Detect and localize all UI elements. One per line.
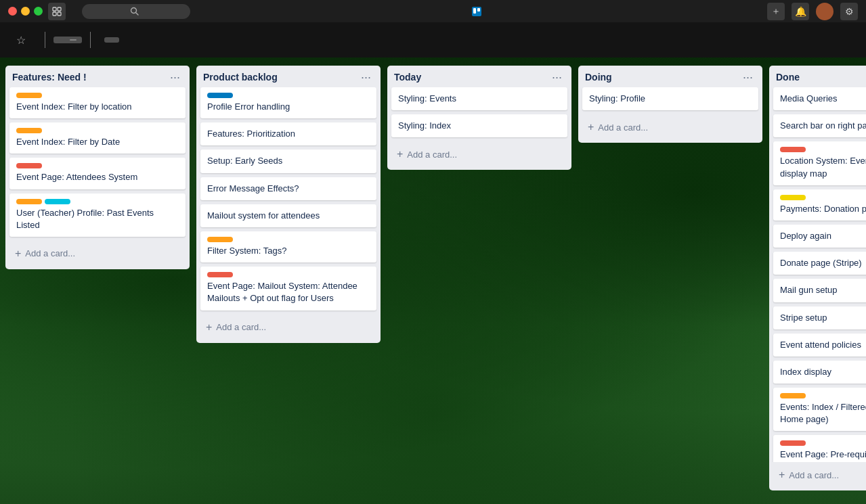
card[interactable]: Styling: Events — [391, 87, 567, 110]
add-card-label: Add a card... — [598, 122, 648, 133]
card[interactable]: Event attend policies — [773, 334, 866, 357]
add-card-label: Add a card... — [25, 248, 75, 258]
svg-line-5 — [136, 13, 138, 15]
divider — [45, 32, 45, 48]
card-label-row — [780, 195, 866, 200]
divider2 — [90, 32, 91, 48]
card[interactable]: Event Page: Pre-requirements / learnings — [773, 435, 866, 462]
list-today: Today···Styling: EventsStyling: Index+Ad… — [387, 66, 571, 170]
list-title-features: Features: Need ! — [12, 72, 167, 83]
list-header-today: Today··· — [387, 66, 571, 87]
card-label-row — [16, 199, 179, 204]
card[interactable]: Mailout system for attendees — [200, 204, 376, 227]
card[interactable]: Profile Error handling — [200, 87, 376, 118]
list-menu-button-features[interactable]: ··· — [167, 71, 183, 83]
list-menu-button-today[interactable]: ··· — [549, 71, 565, 83]
card[interactable]: Setup: Early Seeds — [200, 150, 376, 173]
card-label-yellow — [780, 195, 806, 200]
card-text: Event Page: Pre-requirements / learnings — [780, 449, 866, 461]
list-body-doing: Styling: Profile — [578, 87, 762, 114]
card[interactable]: Events: Index / Filtered list (Overview … — [773, 388, 866, 431]
notification-bell[interactable]: 🔔 — [792, 3, 809, 20]
card-text: Event Page: Mailout System: Attendee Mai… — [207, 280, 370, 304]
card-label-red — [780, 440, 806, 446]
list-menu-button-backlog[interactable]: ··· — [358, 71, 374, 83]
card-text: Location System: Event Location, Locatio… — [780, 155, 866, 179]
list-body-today: Styling: EventsStyling: Index — [387, 87, 571, 141]
card[interactable]: Deploy again — [773, 225, 866, 248]
settings-icon[interactable]: ⚙ — [840, 3, 858, 20]
star-button[interactable]: ☆ — [16, 34, 26, 47]
card[interactable]: Location System: Event Location, Locatio… — [773, 141, 866, 185]
appbar: ☆ — [0, 22, 866, 58]
plus-icon: + — [588, 121, 594, 133]
free-badge — [70, 39, 77, 41]
titlebar-right: ＋ 🔔 ⚙ — [767, 3, 858, 20]
card-text: Mailout system for attendees — [207, 210, 370, 222]
card-label-row — [207, 237, 370, 242]
card[interactable]: Media Queries — [773, 87, 866, 110]
card[interactable]: Payments: Donation page — [773, 189, 866, 221]
project-badge[interactable] — [53, 37, 82, 43]
minimize-button[interactable] — [21, 7, 30, 16]
list-body-features: Event Index: Filter by locationEvent Ind… — [5, 87, 190, 241]
add-card-button-done[interactable]: +Add a card... — [773, 465, 866, 486]
list-title-backlog: Product backlog — [203, 72, 358, 83]
titlebar: ＋ 🔔 ⚙ — [0, 0, 866, 22]
card[interactable]: User (Teacher) Profile: Past Events List… — [9, 193, 186, 237]
card-text: Donate page (Stripe) — [780, 257, 866, 269]
card[interactable]: Filter System: Tags? — [200, 231, 376, 262]
svg-rect-0 — [53, 7, 56, 11]
card[interactable]: Stripe setup — [773, 306, 866, 329]
list-title-done: Done — [776, 72, 866, 83]
list-header-features: Features: Need !··· — [5, 66, 190, 87]
add-card-button-doing[interactable]: +Add a card... — [582, 117, 758, 139]
card-label-row — [207, 93, 370, 98]
card-text: Index display — [780, 366, 866, 378]
card-label-row — [16, 93, 179, 98]
card[interactable]: Search bar on right page — [773, 114, 866, 137]
list-menu-button-doing[interactable]: ··· — [740, 71, 756, 83]
search-bar[interactable] — [82, 4, 190, 19]
team-badge[interactable] — [104, 37, 119, 43]
card-text: Styling: Profile — [589, 93, 752, 105]
card-label-red — [16, 163, 42, 168]
close-button[interactable] — [8, 7, 17, 16]
card[interactable]: Features: Prioritization — [200, 122, 376, 145]
add-card-button-features[interactable]: +Add a card... — [9, 244, 186, 265]
card[interactable]: Event Page: Mailout System: Attendee Mai… — [200, 267, 376, 310]
card-label-row — [780, 393, 866, 398]
user-avatar[interactable] — [816, 3, 833, 20]
card-label-row — [780, 440, 866, 446]
titlebar-center — [196, 6, 762, 17]
add-card-button-backlog[interactable]: +Add a card... — [200, 317, 376, 339]
card[interactable]: Event Page: Attendees System — [9, 158, 186, 189]
card-text: Styling: Events — [398, 93, 561, 105]
card[interactable]: Error Message Effects? — [200, 177, 376, 200]
card[interactable]: Donate page (Stripe) — [773, 252, 866, 275]
board-content: Features: Need !···Event Index: Filter b… — [0, 58, 866, 504]
card-label-row — [16, 128, 179, 133]
card[interactable]: Event Index: Filter by Date — [9, 122, 186, 154]
plus-icon: + — [15, 248, 21, 260]
add-button[interactable]: ＋ — [767, 3, 785, 20]
add-card-button-today[interactable]: +Add a card... — [391, 144, 567, 166]
card-label-orange — [16, 199, 42, 204]
card[interactable]: Mail gun setup — [773, 279, 866, 302]
card-text: Styling: Index — [398, 120, 561, 132]
card-label-blue — [207, 93, 233, 98]
list-header-backlog: Product backlog··· — [196, 66, 381, 87]
window-icon — [48, 3, 66, 20]
card[interactable]: Index display — [773, 361, 866, 384]
list-backlog: Product backlog···Profile Error handling… — [196, 66, 381, 343]
card[interactable]: Styling: Profile — [582, 87, 758, 110]
card-label-orange — [16, 93, 42, 98]
fullscreen-button[interactable] — [34, 7, 43, 16]
card-text: Payments: Donation page — [780, 203, 866, 215]
plus-icon: + — [779, 469, 785, 481]
list-title-doing: Doing — [585, 72, 740, 83]
card[interactable]: Styling: Index — [391, 114, 567, 137]
list-done: Done···Media QueriesSearch bar on right … — [769, 66, 866, 490]
card[interactable]: Event Index: Filter by location — [9, 87, 186, 118]
card-label-row — [780, 147, 866, 152]
